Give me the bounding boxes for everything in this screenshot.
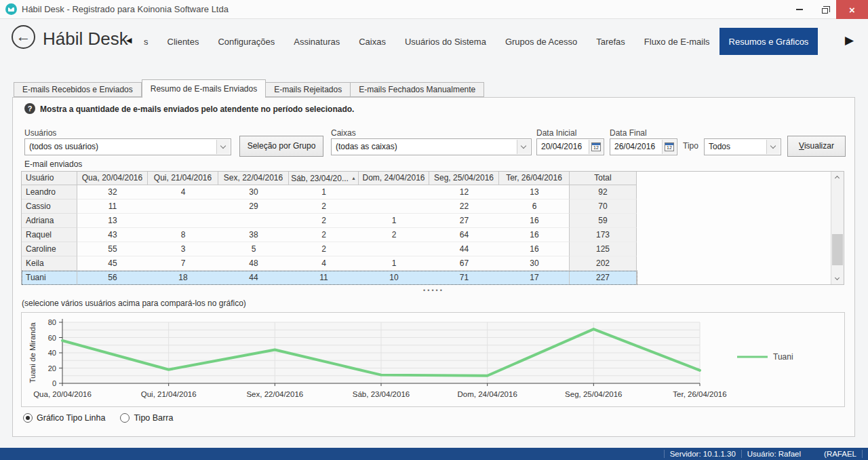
table-cell xyxy=(359,242,429,256)
table-label: E-mail enviados xyxy=(24,159,82,169)
svg-text:Seg, 25/04/2016: Seg, 25/04/2016 xyxy=(565,390,622,398)
scrollbar-thumb[interactable] xyxy=(832,234,843,265)
nav-tab[interactable]: Fluxo de E-mails xyxy=(635,28,719,55)
table-cell: 44 xyxy=(429,242,499,256)
data-final-input[interactable]: 26/04/2016 xyxy=(610,138,677,155)
data-inicial-input[interactable]: 20/04/2016 xyxy=(536,138,604,155)
column-header[interactable]: Sáb, 23/04/20...▲ xyxy=(289,172,359,185)
nav-tab[interactable]: Configurações xyxy=(208,28,284,55)
table-cell: 22 xyxy=(429,199,499,214)
radio-tipo-barra[interactable] xyxy=(120,413,130,423)
calendar-icon[interactable] xyxy=(589,140,603,154)
table-cell: 12 xyxy=(429,185,499,199)
minimize-button[interactable] xyxy=(787,0,812,19)
chevron-down-icon[interactable] xyxy=(766,140,780,154)
nav-tab[interactable]: Assinaturas xyxy=(284,28,349,55)
table-row[interactable]: Keila45748416730202 xyxy=(22,256,844,271)
svg-text:Sex, 22/04/2016: Sex, 22/04/2016 xyxy=(246,390,303,398)
back-button[interactable]: ← xyxy=(12,25,35,49)
nav-tab[interactable]: Usuários do Sistema xyxy=(395,28,496,55)
column-header[interactable]: Ter, 26/04/2016 xyxy=(499,172,570,185)
radio-grafico-linha[interactable] xyxy=(23,413,33,423)
svg-text:80: 80 xyxy=(48,318,56,326)
table-cell: 38 xyxy=(218,228,289,242)
data-inicial-value: 20/04/2016 xyxy=(541,142,582,151)
table-cell: 16 xyxy=(499,242,570,256)
main-panel: ? Mostra a quantidade de e-mails enviado… xyxy=(12,97,855,437)
column-header[interactable]: Total xyxy=(569,172,637,185)
visualizar-button[interactable]: Visualizar xyxy=(787,136,846,157)
nav-tab[interactable]: Clientes xyxy=(158,28,209,55)
table-cell: 1 xyxy=(359,256,429,271)
restore-icon xyxy=(822,8,828,14)
table-row[interactable]: Leandro324301121392 xyxy=(22,185,844,199)
column-header[interactable]: Qui, 21/04/2016 xyxy=(148,172,218,185)
table-cell: 56 xyxy=(77,271,148,285)
table-body: Leandro324301121392Cassio1129222670Adria… xyxy=(22,185,844,285)
table-cell: Cassio xyxy=(22,199,77,214)
nav-tab[interactable]: Tarefas xyxy=(587,28,635,55)
subtab[interactable]: E-mails Fechados Manualmente xyxy=(351,82,484,97)
column-header[interactable]: Seg, 25/04/2016 xyxy=(429,172,499,185)
table-cell: 27 xyxy=(429,214,499,228)
subtab[interactable]: E-mails Recebidos e Enviados xyxy=(14,82,142,97)
table-cell: 30 xyxy=(499,256,570,271)
selecao-por-grupo-button[interactable]: Seleção por Grupo xyxy=(239,136,323,157)
table-row[interactable]: Tuani56184411107117227 xyxy=(22,271,844,285)
table-cell: 17 xyxy=(499,271,570,285)
nav-tab[interactable]: Resumos e Gráficos xyxy=(719,28,818,55)
table-row[interactable]: Raquel43838226416173 xyxy=(22,228,844,242)
table-cell: Adriana xyxy=(22,214,77,228)
scroll-up-icon[interactable] xyxy=(831,172,844,183)
minimize-icon xyxy=(796,9,803,10)
usuarios-dropdown[interactable]: (todos os usuários) xyxy=(24,138,231,155)
help-icon: ? xyxy=(24,103,35,114)
chart-type-options: Gráfico Tipo Linha Tipo Barra xyxy=(23,411,173,425)
nav-tab[interactable]: s xyxy=(134,28,158,55)
chevron-down-icon[interactable] xyxy=(517,140,530,154)
svg-text:Tuani: Tuani xyxy=(773,352,793,362)
close-button[interactable]: × xyxy=(836,0,868,19)
radio-tipo-barra-label: Tipo Barra xyxy=(134,413,173,423)
status-servidor: Servidor: 10.1.1.30 xyxy=(670,450,736,458)
column-header[interactable]: Usuário xyxy=(22,172,77,185)
scroll-left-icon[interactable]: ◀ xyxy=(126,36,132,45)
column-header[interactable]: Qua, 20/04/2016 xyxy=(77,172,148,185)
column-header[interactable]: Sex, 22/04/2016 xyxy=(218,172,289,185)
scroll-down-icon[interactable] xyxy=(831,273,844,284)
svg-text:Dom, 24/04/2016: Dom, 24/04/2016 xyxy=(458,390,517,398)
table-row[interactable]: Caroline553524416125 xyxy=(22,242,844,256)
svg-text:Tuani de Miranda: Tuani de Miranda xyxy=(28,322,37,383)
svg-text:Qua, 20/04/2016: Qua, 20/04/2016 xyxy=(33,390,92,398)
vertical-scrollbar[interactable] xyxy=(831,172,844,284)
column-header[interactable]: Dom, 24/04/2016 xyxy=(359,172,429,185)
table-cell: 7 xyxy=(148,256,218,271)
table-cell: 8 xyxy=(148,228,218,242)
table-cell: 13 xyxy=(77,214,148,228)
data-final-value: 26/04/2016 xyxy=(614,142,655,151)
nav-bar: ← Hábil Desk ◀ sClientesConfiguraçõesAss… xyxy=(0,20,868,64)
splitter-handle[interactable]: ••••• xyxy=(13,287,854,294)
subtab[interactable]: Resumo de E-mails Enviados xyxy=(142,79,266,98)
restore-button[interactable] xyxy=(812,0,837,19)
table-cell: 6 xyxy=(499,199,570,214)
table-cell: 16 xyxy=(499,228,570,242)
caixas-label: Caixas xyxy=(331,128,356,138)
tipo-dropdown[interactable]: Todos xyxy=(704,138,781,155)
status-bar: Servidor: 10.1.1.30 Usuário: Rafael (RAF… xyxy=(0,448,868,460)
nav-tab[interactable]: Grupos de Acesso xyxy=(496,28,587,55)
scroll-right-icon[interactable]: ▶ xyxy=(845,33,854,47)
table-cell: 3 xyxy=(148,242,218,256)
table-cell: 1 xyxy=(359,214,429,228)
caixas-dropdown[interactable]: (todas as caixas) xyxy=(331,138,532,155)
table-cell xyxy=(148,199,218,214)
calendar-icon[interactable] xyxy=(662,140,676,154)
window-title: Hábil Desk - Registrado para Koinonia So… xyxy=(22,4,229,14)
chevron-down-icon[interactable] xyxy=(216,140,230,154)
nav-tab[interactable]: Caixas xyxy=(349,28,395,55)
sort-ascending-icon: ▲ xyxy=(351,176,356,180)
table-row[interactable]: Cassio1129222670 xyxy=(22,199,844,214)
svg-text:Qui, 21/04/2016: Qui, 21/04/2016 xyxy=(141,390,197,398)
table-row[interactable]: Adriana1321271659 xyxy=(22,214,844,228)
subtab[interactable]: E-mails Rejeitados xyxy=(266,82,351,97)
